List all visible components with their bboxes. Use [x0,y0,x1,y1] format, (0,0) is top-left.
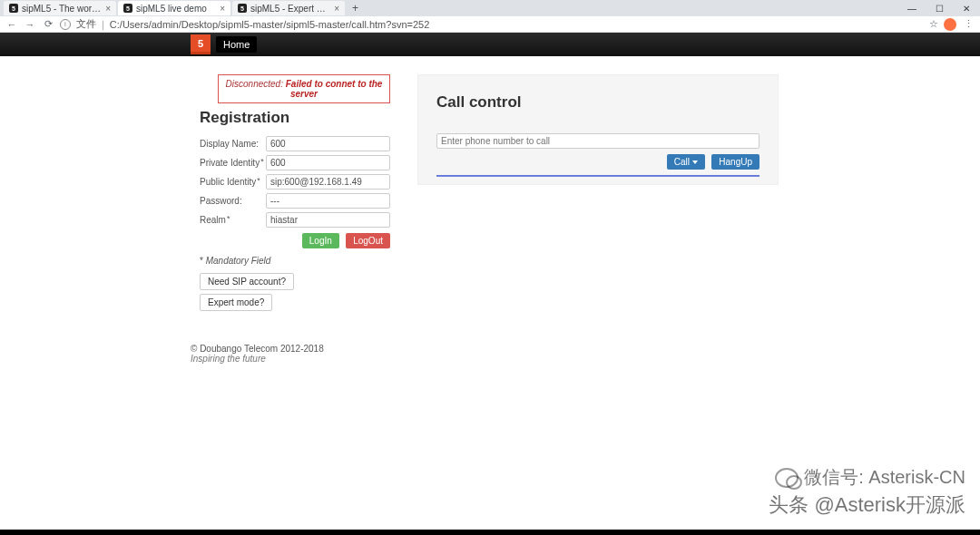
call-control-panel: Call control Call HangUp [417,74,779,185]
bookmark-star-icon[interactable]: ☆ [929,18,938,30]
copyright-text: © Doubango Telecom 2012-2018 [191,344,980,354]
app-navbar: 5 Home [0,33,980,56]
browser-toolbar: ← → ⟳ i 文件 | C:/Users/admin/Desktop/sipm… [0,16,980,33]
html5-icon: 5 [238,4,247,13]
private-identity-input[interactable] [266,155,390,170]
close-window-icon[interactable]: ✕ [953,4,980,14]
back-icon[interactable]: ← [5,19,18,30]
close-icon[interactable]: × [105,4,111,14]
alert-status: Disconnected: [226,79,283,89]
new-tab-button[interactable]: + [347,2,364,15]
watermark-line1: 微信号: Asterisk-CN [804,465,965,490]
disconnect-alert: Disconnected: Failed to connet to the se… [218,74,390,103]
call-button-label: Call [674,157,690,167]
call-divider [436,175,760,177]
kebab-menu-icon[interactable]: ⋮ [962,18,975,30]
label-realm: Realm [200,215,266,225]
phone-number-input[interactable] [436,133,760,149]
footer-tagline: Inspiring the future [191,354,980,364]
browser-tab-2[interactable]: 5 sipML5 - Expert mode × [232,1,345,15]
window-controls: — ☐ ✕ [898,4,980,14]
taskbar-strip [0,530,980,535]
mandatory-note: Mandatory Field [200,256,390,266]
reload-icon[interactable]: ⟳ [42,18,54,30]
maximize-icon[interactable]: ☐ [926,4,953,14]
password-input[interactable] [266,193,390,209]
logout-button[interactable]: LogOut [346,233,390,248]
call-button[interactable]: Call [667,154,705,170]
close-icon[interactable]: × [334,4,339,14]
login-button[interactable]: LogIn [302,233,339,248]
tab-title: sipML5 - The world's first ope… [22,4,102,14]
label-password: Password: [200,196,266,206]
html5-icon: 5 [123,4,132,13]
tab-title: sipML5 - Expert mode [250,4,330,14]
html5-logo-icon: 5 [191,34,211,54]
hangup-button[interactable]: HangUp [711,154,760,170]
wechat-icon [775,468,799,488]
label-public-identity: Public Identity [200,177,266,187]
realm-input[interactable] [266,212,390,228]
expert-mode-button[interactable]: Expert mode? [200,294,272,311]
close-icon[interactable]: × [220,4,225,14]
html5-icon: 5 [9,4,18,13]
url-text: C:/Users/admin/Desktop/sipml5-master/sip… [110,19,429,30]
public-identity-input[interactable] [266,174,390,190]
minimize-icon[interactable]: — [898,4,926,14]
chevron-down-icon [692,160,698,164]
display-name-input[interactable] [266,136,390,151]
browser-tab-strip: 5 sipML5 - The world's first ope… × 5 si… [0,0,980,16]
info-icon[interactable]: i [60,19,71,30]
browser-tab-1[interactable]: 5 sipML5 live demo × [118,1,230,15]
nav-home-link[interactable]: Home [216,36,257,53]
address-bar[interactable]: i 文件 | C:/Users/admin/Desktop/sipml5-mas… [60,17,924,31]
alert-message: Failed to connet to the server [286,79,383,99]
label-private-identity: Private Identity [200,158,266,168]
profile-avatar[interactable] [944,18,956,31]
call-control-heading: Call control [436,93,760,112]
url-prefix: 文件 [76,17,96,31]
watermark-overlay: 微信号: Asterisk-CN 头条 @Asterisk开源派 [769,465,965,519]
forward-icon[interactable]: → [24,19,36,30]
registration-heading: Registration [200,109,390,127]
watermark-line2: 头条 @Asterisk开源派 [769,491,965,519]
browser-tab-0[interactable]: 5 sipML5 - The world's first ope… × [4,1,116,15]
label-display-name: Display Name: [200,139,266,149]
tab-title: sipML5 live demo [136,4,216,14]
registration-panel: Disconnected: Failed to connet to the se… [191,74,399,326]
page-footer: © Doubango Telecom 2012-2018 Inspiring t… [191,344,980,364]
need-sip-button[interactable]: Need SIP account? [200,273,294,290]
